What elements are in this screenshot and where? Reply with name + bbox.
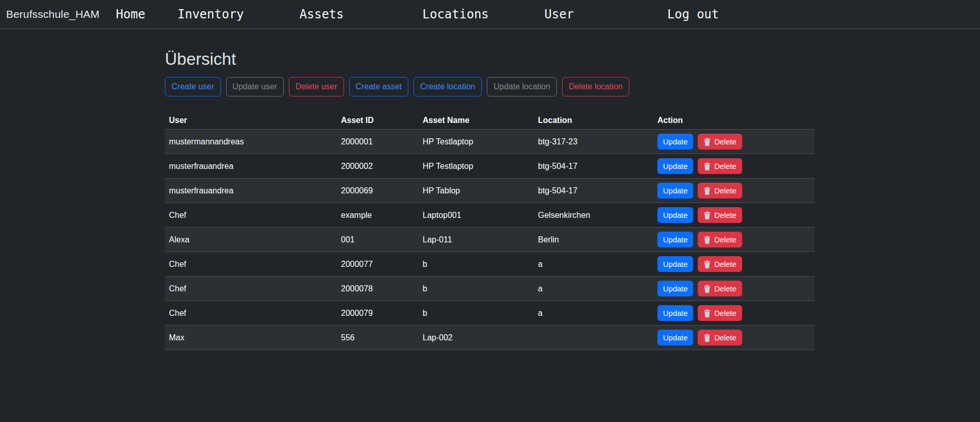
table-row: musterfrauandrea 2000002 HP Testlaptop b… [165,154,815,179]
cell-user: Chef [165,301,337,326]
navbar: Berufsschule_HAM HomeInventoryAssetsLoca… [0,0,980,29]
cell-asset-name: HP Testlaptop [419,154,534,179]
trash-icon [703,162,711,170]
delete-button[interactable]: Delete [698,256,742,272]
main-content: Übersicht Create userUpdate userDelete u… [165,49,815,350]
cell-asset-name: b [419,252,534,277]
cell-asset-id: 001 [337,228,419,252]
cell-location: btg-504-17 [534,154,653,179]
cell-user: musterfrauandrea [165,154,337,179]
delete-button-label: Delete [714,259,736,269]
create-asset-button[interactable]: Create asset [349,77,409,96]
action-cell: Update Delete [657,183,811,198]
trash-icon [703,138,711,146]
trash-icon [703,211,711,219]
cell-user: Chef [165,277,337,301]
nav-links: HomeInventoryAssetsLocationsUserLog out [100,7,719,21]
nav-item-inventory[interactable]: Inventory [178,7,244,21]
col-header-asset-id: Asset ID [337,112,419,130]
delete-button[interactable]: Delete [698,207,742,223]
update-button[interactable]: Update [657,281,693,296]
cell-user: Chef [165,252,337,277]
table-row: Chef 2000077 b a Update Delete [165,252,815,277]
assets-table: User Asset ID Asset Name Location Action… [165,112,815,350]
cell-user: mustermannandreas [165,130,337,154]
delete-button[interactable]: Delete [698,281,742,296]
cell-location: a [534,252,653,277]
cell-location: Gelsenkirchen [534,203,653,228]
nav-item-log-out[interactable]: Log out [667,7,719,21]
create-location-button[interactable]: Create location [413,77,482,96]
cell-asset-name: Lap-002 [419,326,534,350]
update-button[interactable]: Update [657,207,693,223]
cell-asset-id: 2000079 [337,301,419,326]
cell-user: Alexa [165,228,337,252]
cell-location: btg-504-17 [534,179,653,203]
action-cell: Update Delete [657,305,811,321]
cell-asset-id: 2000001 [337,130,419,154]
action-cell: Update Delete [657,134,811,150]
brand[interactable]: Berufsschule_HAM [6,8,100,20]
nav-item-user[interactable]: User [545,7,574,21]
table-header-row: User Asset ID Asset Name Location Action [165,112,815,130]
cell-asset-name: Laptop001 [419,203,534,228]
update-button[interactable]: Update [657,256,693,272]
delete-location-button[interactable]: Delete location [562,77,629,96]
nav-item-locations[interactable]: Locations [423,7,489,21]
cell-asset-name: Lap-011 [419,228,534,252]
action-cell: Update Delete [657,330,811,345]
table-row: Chef 2000078 b a Update Delete [165,277,815,301]
cell-location [534,326,653,350]
update-button[interactable]: Update [657,183,693,198]
create-user-button[interactable]: Create user [165,77,221,96]
delete-button[interactable]: Delete [698,183,742,198]
update-button[interactable]: Update [657,158,693,174]
update-user-button[interactable]: Update user [226,77,284,96]
delete-button-label: Delete [714,161,736,171]
update-location-button[interactable]: Update location [487,77,557,96]
cell-user: Chef [165,203,337,228]
delete-button-label: Delete [714,234,736,245]
col-header-action: Action [653,112,815,130]
cell-location: a [534,301,653,326]
delete-button[interactable]: Delete [698,330,742,345]
col-header-user: User [165,112,337,130]
cell-location: btg-317-23 [534,130,653,154]
delete-button-label: Delete [714,185,736,196]
action-cell: Update Delete [657,232,811,247]
delete-button[interactable]: Delete [698,134,742,150]
cell-asset-id: 2000077 [337,252,419,277]
table-row: Chef example Laptop001 Gelsenkirchen Upd… [165,203,815,228]
table-row: musterfrauandrea 2000069 HP Tablop btg-5… [165,179,815,203]
nav-item-assets[interactable]: Assets [300,7,344,21]
action-cell: Update Delete [657,158,811,174]
delete-button[interactable]: Delete [698,305,742,321]
cell-asset-name: HP Testlaptop [419,130,534,154]
cell-asset-id: example [337,203,419,228]
toolbar: Create userUpdate userDelete userCreate … [165,77,815,96]
trash-icon [703,285,711,293]
cell-asset-id: 2000078 [337,277,419,301]
update-button[interactable]: Update [657,134,693,150]
cell-user: Max [165,326,337,350]
nav-item-home[interactable]: Home [116,7,145,21]
delete-button[interactable]: Delete [698,158,742,174]
action-cell: Update Delete [657,256,811,272]
update-button[interactable]: Update [657,305,693,321]
cell-asset-name: HP Tablop [419,179,534,203]
trash-icon [703,334,711,342]
trash-icon [703,260,711,268]
cell-asset-name: b [419,277,534,301]
cell-user: musterfrauandrea [165,179,337,203]
delete-button[interactable]: Delete [698,232,742,247]
cell-location: a [534,277,653,301]
delete-button-label: Delete [714,283,736,294]
col-header-location: Location [534,112,653,130]
update-button[interactable]: Update [657,232,693,247]
trash-icon [703,187,711,195]
cell-asset-id: 556 [337,326,419,350]
delete-button-label: Delete [714,308,736,318]
table-row: Chef 2000079 b a Update Delete [165,301,815,326]
delete-user-button[interactable]: Delete user [289,77,344,96]
update-button[interactable]: Update [657,330,693,345]
